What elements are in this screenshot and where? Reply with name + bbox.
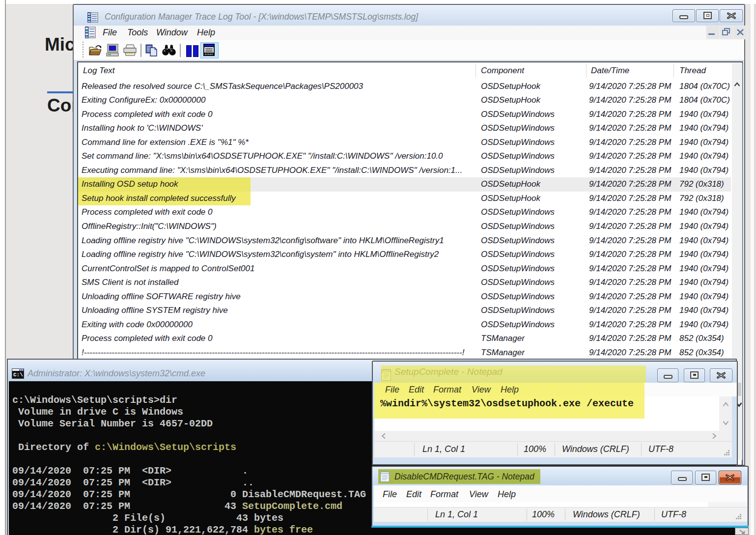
svg-text:C:\: C:\ — [13, 372, 23, 378]
